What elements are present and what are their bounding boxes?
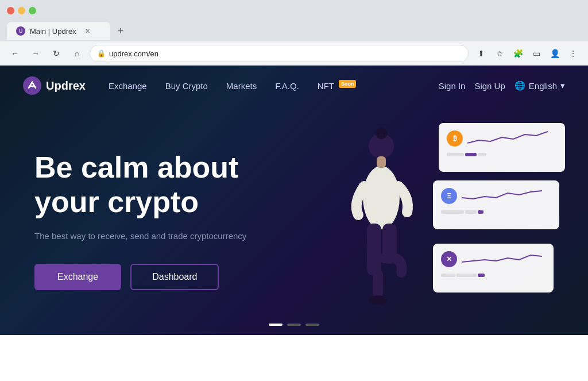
svg-point-2 [376,128,387,139]
close-window-btn[interactable] [7,7,14,14]
sign-up-btn[interactable]: Sign Up [474,81,505,91]
hero-title: Be calm about your crypto [34,151,246,220]
nav-nft[interactable]: NFT Soon [318,81,357,91]
eth-icon: Ξ [441,188,457,204]
maximize-window-btn[interactable] [29,7,36,14]
language-label: English [529,81,557,91]
svg-rect-8 [377,156,386,168]
tab-close-btn[interactable]: ✕ [83,26,92,36]
xrp-icon: ✕ [441,251,457,267]
browser-chrome: U Main | Updrex ✕ + ← → ↻ ⌂ 🔒 updrex.com… [0,0,588,66]
eth-chart-bars [441,210,551,214]
person-figure [341,123,421,318]
minimize-window-btn[interactable] [18,7,25,14]
sidebar-icon[interactable]: ▭ [528,45,544,61]
address-bar: ← → ↻ ⌂ 🔒 updrex.com/en ⬆ ☆ 🧩 ▭ 👤 ⋮ [0,41,588,66]
tab-title: Main | Updrex [30,27,76,36]
extensions-icon[interactable]: 🧩 [510,45,526,61]
language-btn[interactable]: 🌐 English ▾ [514,80,565,91]
url-text: updrex.com/en [109,49,158,58]
new-tab-btn[interactable]: + [113,23,129,39]
nav-buy-crypto[interactable]: Buy Crypto [165,81,208,91]
tab-favicon: U [16,26,25,36]
bookmark-icon[interactable]: ☆ [492,45,508,61]
logo[interactable]: Updrex [23,76,86,95]
chart-card-eth: Ξ [433,180,559,229]
nav-faq[interactable]: F.A.Q. [275,81,299,91]
hero-content: Be calm about your crypto The best way t… [34,151,246,290]
logo-icon [23,76,41,95]
dashboard-btn[interactable]: Dashboard [130,264,219,290]
url-bar[interactable]: 🔒 updrex.com/en [90,45,469,62]
hero-buttons: Exchange Dashboard [34,264,246,290]
menu-icon[interactable]: ⋮ [565,45,581,61]
chart-card-xrp: ✕ [433,244,554,293]
tab-bar: U Main | Updrex ✕ + [0,21,588,41]
hero-subtitle: The best way to receive, send and trade … [34,231,246,241]
logo-text: Updrex [46,79,86,93]
website-content: Updrex Exchange Buy Crypto Markets F.A.Q… [0,66,588,335]
pagination-dot-2[interactable] [287,324,301,326]
sign-in-btn[interactable]: Sign In [439,81,466,91]
reload-btn[interactable]: ↻ [48,45,64,61]
btc-chart-bars [447,153,557,156]
pagination-dots [269,324,319,326]
language-globe-icon: 🌐 [514,80,525,91]
pagination-dot-1[interactable] [269,324,283,326]
nav-links: Exchange Buy Crypto Markets F.A.Q. NFT S… [109,81,439,91]
chart-card-btc: ₿ [439,123,565,172]
back-btn[interactable]: ← [7,45,23,61]
window-controls [7,7,36,14]
forward-btn[interactable]: → [28,45,44,61]
active-tab[interactable]: U Main | Updrex ✕ [7,22,110,40]
xrp-chart-bars [441,274,546,277]
exchange-btn[interactable]: Exchange [34,264,121,290]
nav-right: Sign In Sign Up 🌐 English ▾ [439,80,565,91]
lock-icon: 🔒 [97,49,106,57]
nav-exchange[interactable]: Exchange [109,81,147,91]
nft-badge: Soon [339,80,357,88]
hero-section: Be calm about your crypto The best way t… [0,106,588,335]
share-icon[interactable]: ⬆ [473,45,489,61]
btc-icon: ₿ [447,130,463,147]
toolbar-icons: ⬆ ☆ 🧩 ▭ 👤 ⋮ [473,45,581,61]
chevron-down-icon: ▾ [560,80,565,91]
navbar: Updrex Exchange Buy Crypto Markets F.A.Q… [0,66,588,106]
svg-rect-4 [367,224,381,275]
profile-icon[interactable]: 👤 [547,45,563,61]
hero-illustration: ₿ Ξ [301,111,565,330]
title-bar [0,0,588,21]
svg-point-7 [369,295,387,305]
svg-point-3 [363,166,400,229]
svg-rect-6 [373,270,383,298]
home-btn[interactable]: ⌂ [69,45,85,61]
nav-markets[interactable]: Markets [226,81,257,91]
pagination-dot-3[interactable] [305,324,319,326]
